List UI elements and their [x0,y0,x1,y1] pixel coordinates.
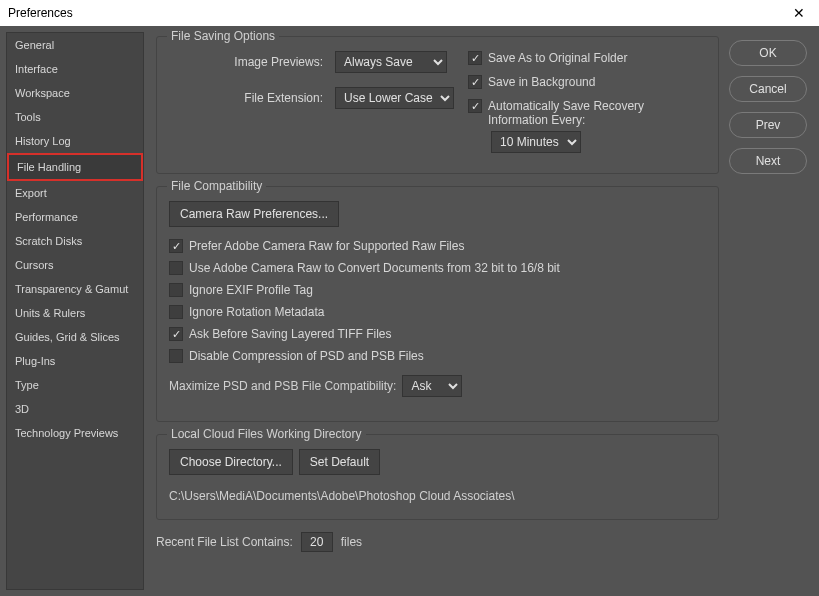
cloud-directory-group: Local Cloud Files Working Directory Choo… [156,434,719,520]
titlebar: Preferences ✕ [0,0,819,26]
window-title: Preferences [8,6,73,20]
sidebar: General Interface Workspace Tools Histor… [6,32,144,590]
sidebar-item-file-handling[interactable]: File Handling [7,153,143,181]
prev-button[interactable]: Prev [729,112,807,138]
prefer-acr-checkbox[interactable] [169,239,183,253]
use-acr-32bit-label[interactable]: Use Adobe Camera Raw to Convert Document… [189,261,560,275]
save-background-label[interactable]: Save in Background [488,75,595,89]
sidebar-item-export[interactable]: Export [7,181,143,205]
save-as-original-label[interactable]: Save As to Original Folder [488,51,627,65]
disable-compression-checkbox[interactable] [169,349,183,363]
sidebar-item-plug-ins[interactable]: Plug-Ins [7,349,143,373]
recent-files-row: Recent File List Contains: files [156,532,719,552]
sidebar-item-tools[interactable]: Tools [7,105,143,129]
file-saving-group: File Saving Options Image Previews: Alwa… [156,36,719,174]
sidebar-item-guides-grid-slices[interactable]: Guides, Grid & Slices [7,325,143,349]
ask-tiff-label[interactable]: Ask Before Saving Layered TIFF Files [189,327,392,341]
sidebar-item-units-rulers[interactable]: Units & Rulers [7,301,143,325]
sidebar-item-performance[interactable]: Performance [7,205,143,229]
auto-save-interval-select[interactable]: 10 Minutes [491,131,581,153]
ignore-exif-label[interactable]: Ignore EXIF Profile Tag [189,283,313,297]
image-previews-label: Image Previews: [169,55,329,69]
max-psd-label: Maximize PSD and PSB File Compatibility: [169,379,396,393]
file-compatibility-group: File Compatibility Camera Raw Preference… [156,186,719,422]
auto-save-checkbox[interactable] [468,99,482,113]
save-background-checkbox[interactable] [468,75,482,89]
action-buttons: OK Cancel Prev Next [729,26,819,596]
sidebar-item-scratch-disks[interactable]: Scratch Disks [7,229,143,253]
prefer-acr-label[interactable]: Prefer Adobe Camera Raw for Supported Ra… [189,239,464,253]
file-compatibility-title: File Compatibility [167,179,266,193]
choose-directory-button[interactable]: Choose Directory... [169,449,293,475]
sidebar-item-transparency-gamut[interactable]: Transparency & Gamut [7,277,143,301]
save-as-original-checkbox[interactable] [468,51,482,65]
main-container: General Interface Workspace Tools Histor… [0,26,819,596]
file-saving-title: File Saving Options [167,29,279,43]
auto-save-label[interactable]: Automatically Save Recovery Information … [488,99,644,127]
image-previews-select[interactable]: Always Save [335,51,447,73]
sidebar-item-cursors[interactable]: Cursors [7,253,143,277]
content-panel: File Saving Options Image Previews: Alwa… [144,26,729,596]
set-default-button[interactable]: Set Default [299,449,380,475]
sidebar-item-general[interactable]: General [7,33,143,57]
file-extension-select[interactable]: Use Lower Case [335,87,454,109]
sidebar-item-workspace[interactable]: Workspace [7,81,143,105]
sidebar-item-type[interactable]: Type [7,373,143,397]
file-extension-label: File Extension: [169,91,329,105]
sidebar-item-history-log[interactable]: History Log [7,129,143,153]
ignore-rotation-checkbox[interactable] [169,305,183,319]
ok-button[interactable]: OK [729,40,807,66]
sidebar-item-technology-previews[interactable]: Technology Previews [7,421,143,445]
next-button[interactable]: Next [729,148,807,174]
camera-raw-prefs-button[interactable]: Camera Raw Preferences... [169,201,339,227]
cancel-button[interactable]: Cancel [729,76,807,102]
use-acr-32bit-checkbox[interactable] [169,261,183,275]
ignore-rotation-label[interactable]: Ignore Rotation Metadata [189,305,324,319]
sidebar-item-interface[interactable]: Interface [7,57,143,81]
close-icon[interactable]: ✕ [787,3,811,23]
recent-files-input[interactable] [301,532,333,552]
ask-tiff-checkbox[interactable] [169,327,183,341]
recent-files-label: Recent File List Contains: [156,535,293,549]
max-psd-select[interactable]: Ask [402,375,462,397]
recent-files-suffix: files [341,535,362,549]
cloud-path-text: C:\Users\MediA\Documents\Adobe\Photoshop… [169,489,706,503]
ignore-exif-checkbox[interactable] [169,283,183,297]
cloud-directory-title: Local Cloud Files Working Directory [167,427,366,441]
sidebar-item-3d[interactable]: 3D [7,397,143,421]
disable-compression-label[interactable]: Disable Compression of PSD and PSB Files [189,349,424,363]
